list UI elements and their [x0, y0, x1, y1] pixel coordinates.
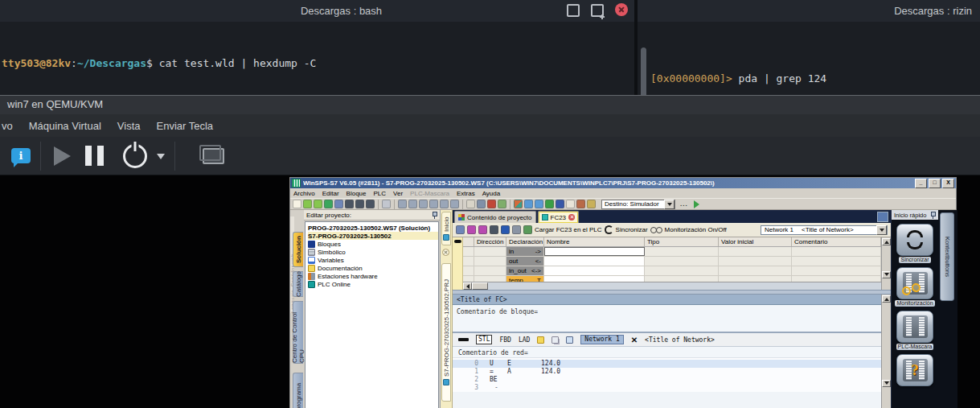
hardware-icon[interactable]: [576, 200, 585, 208]
scroll-up-icon[interactable]: [882, 238, 891, 245]
table-hscrollbar[interactable]: [463, 282, 881, 290]
info-icon[interactable]: i: [11, 148, 31, 163]
network-select[interactable]: Network 1 <Title of Network>: [761, 225, 888, 235]
more-button[interactable]: ...: [680, 200, 688, 208]
col-tipo[interactable]: Tipo: [645, 237, 719, 246]
status-icon[interactable]: [556, 200, 564, 208]
tree-item-root[interactable]: PROG-27032025-130502.WS7 (Solución): [308, 224, 438, 232]
code-line[interactable]: 0UE124.0: [453, 360, 881, 368]
table-row[interactable]: tempT: [463, 276, 881, 282]
delete-network-icon[interactable]: ✕: [631, 336, 638, 344]
copy-network-icon[interactable]: [552, 336, 559, 344]
help-icon[interactable]: [501, 225, 510, 234]
close-icon[interactable]: X: [942, 179, 954, 188]
collapse-dash-icon[interactable]: [458, 338, 469, 341]
menu-enviar-tecla[interactable]: Enviar Tecla: [157, 120, 214, 132]
project-tree[interactable]: PROG-27032025-130502.WS7 (Solución) S7-P…: [305, 221, 439, 408]
view-lad-button[interactable]: LAD: [519, 336, 530, 344]
cell-tipo[interactable]: [645, 257, 719, 266]
binoculars-icon[interactable]: [355, 200, 364, 208]
tab-kontextbuttons[interactable]: Kontextbuttons: [940, 212, 954, 301]
vm-display[interactable]: WinSPS-S7 V6.05 (#2811) - S7-PROG-270320…: [0, 175, 980, 408]
tab-fc23[interactable]: FC23: [538, 211, 580, 223]
menu-vista[interactable]: Vista: [117, 120, 141, 132]
code-line[interactable]: 1=A124.0: [453, 368, 881, 376]
block-open-icon[interactable]: [408, 200, 417, 208]
chevron-down-icon[interactable]: [876, 225, 887, 235]
menu-archivo-partial[interactable]: vo: [2, 120, 13, 132]
nombre-input[interactable]: [544, 247, 645, 256]
monitorizacion-button[interactable]: Monitorización On/Off: [665, 226, 727, 233]
scroll-down-icon[interactable]: [882, 271, 891, 278]
binoculars-online-icon[interactable]: [366, 200, 375, 208]
tab-solucion[interactable]: Solución: [293, 232, 303, 267]
code-line[interactable]: 3-: [453, 384, 881, 392]
table-row[interactable]: out<-: [463, 257, 881, 266]
play-icon[interactable]: [54, 146, 71, 166]
cell-nombre[interactable]: [544, 257, 645, 266]
window-list-button[interactable]: [877, 212, 888, 222]
cell-nombre[interactable]: [544, 266, 645, 275]
console-icon[interactable]: [203, 148, 224, 164]
menu-archivo[interactable]: Archivo: [293, 190, 315, 197]
run-icon[interactable]: [545, 200, 554, 208]
menu-ver[interactable]: Ver: [393, 190, 403, 197]
cell-declaracion[interactable]: in_out<->: [506, 266, 544, 275]
table-vscrollbar[interactable]: [881, 237, 891, 290]
open-recent-icon[interactable]: [314, 200, 322, 208]
menu-plc[interactable]: PLC: [374, 190, 387, 197]
stl-vscrollbar[interactable]: [881, 295, 891, 408]
minimize-icon[interactable]: _: [915, 179, 927, 188]
cell-comentario[interactable]: [792, 276, 881, 282]
lock-icon[interactable]: [324, 200, 333, 208]
glasses-icon[interactable]: [650, 227, 662, 233]
close-tab-icon[interactable]: [568, 214, 575, 220]
cell-valor[interactable]: [719, 266, 792, 275]
tree-item-variables[interactable]: Variables: [308, 256, 438, 264]
offline-view-icon[interactable]: [535, 200, 543, 208]
collapse-dash-icon[interactable]: [454, 240, 461, 243]
plc-mascara-button[interactable]: [896, 311, 933, 343]
col-comentario[interactable]: Comentario: [792, 237, 881, 246]
cell-comentario[interactable]: [792, 247, 881, 256]
block-upload-icon[interactable]: [429, 200, 438, 208]
cell-valor[interactable]: [719, 276, 792, 282]
cell-comentario[interactable]: [792, 257, 881, 266]
tree-item-documentacion[interactable]: Documentación: [308, 264, 438, 272]
stl-code[interactable]: 0UE124.0 1=A124.0 2BE 3-: [453, 358, 881, 392]
monitorizacion-button[interactable]: [896, 267, 933, 299]
compare-blocks-icon[interactable]: [477, 200, 486, 208]
tree-item-bloques[interactable]: Bloques: [308, 240, 438, 248]
col-nombre[interactable]: Nombre: [544, 237, 645, 246]
go-arrow-icon[interactable]: [694, 200, 699, 208]
check-icon[interactable]: [566, 200, 575, 208]
cargar-fc23-button[interactable]: Cargar FC23 en el PLC: [535, 226, 602, 233]
binoculars-icon[interactable]: [490, 225, 498, 234]
tab-project-file[interactable]: S7-PROG-27032025-130502.PRJ: [441, 263, 451, 402]
save-icon[interactable]: [334, 200, 343, 208]
qemu-titlebar[interactable]: win7 en QEMU/KVM: [0, 95, 980, 114]
menu-editar[interactable]: Editar: [322, 190, 339, 197]
cell-direccion[interactable]: [474, 276, 506, 282]
menu-ayuda[interactable]: Ayuda: [482, 190, 501, 197]
tree-item-plc-online[interactable]: PLC Online: [308, 280, 438, 288]
terminal-rizin-titlebar[interactable]: Descargas : rizin: [638, 0, 980, 22]
cell-tipo[interactable]: [645, 266, 719, 275]
block-next-icon[interactable]: [450, 200, 459, 208]
symbol-table-icon[interactable]: [512, 225, 521, 234]
block-download-icon[interactable]: [440, 200, 449, 208]
table-row[interactable]: in_out<->: [463, 266, 881, 276]
scroll-down-icon[interactable]: [882, 380, 891, 387]
network-name[interactable]: Network 1: [580, 335, 623, 344]
new-window-icon[interactable]: [591, 4, 604, 17]
restore-icon[interactable]: □: [929, 179, 941, 188]
scroll-up-icon[interactable]: [882, 295, 891, 303]
sync-icon[interactable]: [514, 200, 523, 208]
destino-select[interactable]: Destino: Simulador: [601, 200, 675, 209]
terminal-bash-titlebar[interactable]: Descargas : bash: [0, 0, 634, 22]
cell-valor[interactable]: [719, 247, 792, 256]
print-icon[interactable]: [382, 200, 391, 208]
menu-extras[interactable]: Extras: [457, 190, 475, 197]
close-tab-icon[interactable]: [442, 249, 449, 256]
chevron-down-icon[interactable]: [664, 200, 675, 209]
